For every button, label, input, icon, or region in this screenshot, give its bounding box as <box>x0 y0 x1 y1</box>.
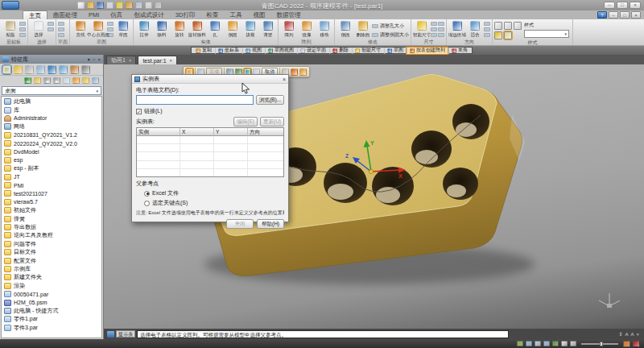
spreadsheet-input[interactable] <box>136 95 254 105</box>
pan-view-icon[interactable] <box>484 27 490 31</box>
column-header[interactable]: 方向 <box>248 128 283 136</box>
normal-plane-icon[interactable] <box>58 33 64 37</box>
delete-chip-button[interactable]: 删除 <box>329 48 351 54</box>
table-row[interactable] <box>137 161 283 169</box>
nav-triad[interactable] <box>599 293 620 308</box>
coordinate-system-button[interactable]: 坐标系 <box>215 48 242 54</box>
ribbon-tab-4[interactable]: 创成式设计 <box>128 10 170 19</box>
options-icon[interactable] <box>291 68 298 76</box>
help-button[interactable]: 帮助(H) <box>257 219 284 229</box>
fit-button[interactable]: 适合 <box>466 20 483 39</box>
zoom-area-tool-icon[interactable] <box>535 341 541 346</box>
shaded-cube-icon[interactable] <box>504 31 512 39</box>
zoom-area-button[interactable]: 缩放区域 <box>448 20 465 39</box>
copy-icon[interactable] <box>19 22 26 26</box>
back-icon[interactable]: ◂ <box>43 77 51 84</box>
ribbon-tab-0[interactable]: 主页 <box>23 10 47 19</box>
new-folder-icon[interactable] <box>72 77 80 84</box>
tree-item[interactable]: 00050471.par <box>2 290 101 298</box>
close-prompt-icon[interactable]: × <box>636 330 639 338</box>
tree-item[interactable]: 20210831_QY2021_V1.2 <box>2 131 101 139</box>
tree-item[interactable]: 此电脑 - 快捷方式 <box>2 307 101 315</box>
pin-icon[interactable]: ○ <box>93 56 96 64</box>
draft-button[interactable]: 拔模 <box>242 20 258 39</box>
tree-item[interactable]: 导出数据 <box>2 223 101 231</box>
refresh-icon[interactable] <box>63 77 70 84</box>
mdi-minimize-icon[interactable]: – <box>609 11 618 19</box>
search-icon[interactable] <box>92 77 99 84</box>
resize-hole-button[interactable]: 调整孔大小 <box>372 23 409 30</box>
column-header[interactable]: X <box>180 128 214 136</box>
table-row[interactable] <box>137 144 283 152</box>
tree-item[interactable]: DvdModel <box>2 147 101 155</box>
tree-item[interactable]: esp - 副本 <box>2 164 101 172</box>
table-row[interactable] <box>137 152 283 160</box>
radio-unselected-icon[interactable] <box>144 201 150 206</box>
tree-item[interactable]: 此电脑 <box>2 97 101 106</box>
view-chip-button[interactable]: 视图 <box>242 48 264 54</box>
fit-tool-icon[interactable] <box>543 341 550 346</box>
revolve-button[interactable]: 旋转 <box>171 20 188 39</box>
document-tab-1[interactable]: test.par:1× <box>138 56 177 64</box>
tree-item[interactable]: 新建文件夹 <box>2 273 101 281</box>
copy-chip-button[interactable]: 复制 <box>193 48 214 54</box>
resize-round-button[interactable]: 调整倒圆大小 <box>372 31 409 39</box>
center-circle-button[interactable]: 中心点画圆 <box>89 20 106 39</box>
ribbon-tab-8[interactable]: 视图 <box>247 10 270 19</box>
location-combobox[interactable]: 桌面 ▾ <box>2 86 101 95</box>
column-header[interactable]: 实例 <box>137 128 180 136</box>
fence-icon[interactable] <box>47 27 54 31</box>
zoom-tool-icon[interactable] <box>526 341 532 346</box>
tree-item[interactable]: 库 <box>2 106 101 114</box>
close-icon[interactable]: × <box>170 58 173 63</box>
keypoint-option[interactable]: 选定关键点(S) <box>144 199 284 207</box>
extrude-button[interactable]: 拉伸 <box>135 20 152 39</box>
table-row[interactable] <box>137 169 283 177</box>
hidden-edge-view-icon[interactable] <box>504 22 512 30</box>
angle-chip-button[interactable]: 夹角 <box>448 48 470 54</box>
cutout-button[interactable]: 除料 <box>153 20 170 39</box>
ribbon-tab-6[interactable]: 检查 <box>200 10 224 19</box>
rectangle-icon[interactable] <box>107 22 114 26</box>
instance-table[interactable]: 实例XY方向 <box>136 127 284 177</box>
link-checkbox[interactable]: ✓ <box>136 109 142 114</box>
revolved-cut-button[interactable]: 旋转除料 <box>188 20 205 39</box>
list-view-tab-icon[interactable] <box>25 65 34 74</box>
folder-link-icon[interactable] <box>82 77 89 84</box>
tree-item[interactable]: 零件1.par <box>2 315 101 323</box>
replace-face-button[interactable]: 倒面 <box>336 20 353 39</box>
share-tab-icon[interactable] <box>59 65 68 74</box>
tree-item[interactable]: Administrator <box>2 114 101 122</box>
sketch-chip-button[interactable]: 草图 <box>384 48 406 54</box>
tree-item[interactable]: PMI <box>2 181 101 189</box>
web-view-tab-icon[interactable] <box>47 65 56 74</box>
shaded-sphere-icon[interactable] <box>494 31 502 39</box>
table-row[interactable] <box>137 136 283 144</box>
tree-item[interactable]: JT <box>2 173 101 181</box>
rotate-tool-icon[interactable] <box>570 341 576 346</box>
tree-item[interactable]: 示例库 <box>2 265 101 273</box>
tree-item[interactable]: esp <box>2 156 101 164</box>
more-tabs-icon[interactable] <box>81 65 90 74</box>
close-icon[interactable]: × <box>630 2 641 9</box>
visible-edge-view-icon[interactable] <box>514 22 522 30</box>
thin-wall-button[interactable]: 薄壁 <box>259 20 276 39</box>
look-at-face-icon[interactable] <box>484 33 490 37</box>
font-increase-icon[interactable]: A <box>625 330 628 338</box>
style-combobox[interactable]: ▾ <box>524 30 569 38</box>
wireframe-view-icon[interactable] <box>494 22 502 30</box>
tree-item[interactable]: 问题零件 <box>2 240 101 248</box>
tree-item[interactable]: 配置文件 <box>2 256 101 264</box>
document-tab-0[interactable]: 动画1× <box>106 56 136 64</box>
distance-icon[interactable] <box>431 22 437 26</box>
move-button[interactable]: 移动 <box>316 20 332 39</box>
format-painter-icon[interactable] <box>19 33 26 37</box>
feature-library-tab-icon[interactable] <box>2 65 11 74</box>
minimize-icon[interactable]: – <box>604 2 615 9</box>
pan-tool-icon[interactable] <box>517 341 523 346</box>
close-icon[interactable]: × <box>283 76 286 83</box>
select-options-icon[interactable] <box>47 22 54 26</box>
set-plane-button[interactable]: 设定平面 <box>297 48 328 54</box>
options-alt-icon[interactable] <box>299 68 307 76</box>
forward-icon[interactable]: ▸ <box>53 77 60 84</box>
